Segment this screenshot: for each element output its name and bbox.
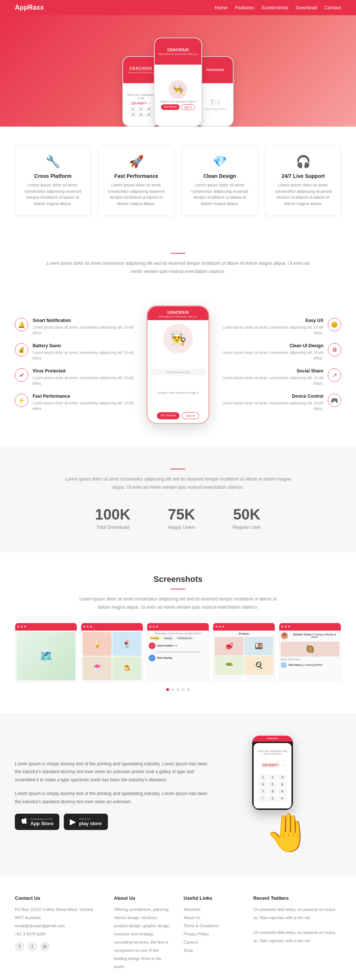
play-store-sub: Get it on bbox=[79, 817, 101, 821]
footer-contact-phone: +61 3 8376 6284 bbox=[15, 930, 103, 938]
feature-right-icon-1: 🖥 bbox=[328, 343, 341, 356]
feature-title-1: Fast Performance bbox=[104, 173, 168, 179]
download-text-1: Lorem Ipsum is simply dummy text of the … bbox=[15, 760, 208, 784]
feature-left-icon-0: 🔔 bbox=[15, 318, 28, 331]
footer-link-1[interactable]: About Us bbox=[184, 913, 242, 922]
app-store-sub: Download on the bbox=[30, 817, 54, 821]
footer-tweet-0: Ut commodo felis tellus, eu placerat mi … bbox=[253, 905, 341, 922]
feature-right-text-2: Lorem ipsum dolor sit amet, consectetur … bbox=[223, 375, 323, 386]
feature-left-text-1: Lorem ipsum dolor sit amet, consectetur … bbox=[33, 350, 133, 361]
feature-left-1: 💰 Battery Saver Lorem ipsum dolor sit am… bbox=[15, 343, 133, 361]
footer-contact-address: PO Box 16122 Collins Street West, Victor… bbox=[15, 905, 103, 922]
nav-features[interactable]: Features bbox=[235, 5, 254, 10]
center-phone-signin[interactable]: Sign In bbox=[182, 412, 199, 419]
play-store-btn[interactable]: ▶ Get it on play store bbox=[64, 814, 108, 830]
feature-left-title-3: Fast Performance bbox=[33, 394, 133, 399]
social-icons: f t in bbox=[15, 942, 103, 951]
feature-left-icon-3: ⚡ bbox=[15, 394, 28, 407]
feature-card-1: 🚀 Fast Performance Lorem ipsum dolor sit… bbox=[98, 145, 174, 216]
stat-2: 50K Regular User bbox=[233, 506, 261, 530]
footer-link-2[interactable]: Terms & Conditions bbox=[184, 922, 242, 930]
navbar-links: Home Features Screenshots Download Conta… bbox=[215, 5, 341, 10]
screenshots-subtitle: Lorem ipsum dolor sit amet consectetur a… bbox=[74, 595, 282, 611]
download-right: Enter the verification code you've recei… bbox=[223, 736, 341, 854]
feature-right-icon-3: 🎮 bbox=[328, 394, 341, 407]
hero-phones: EDACIOUS Best place for food lovers Ente… bbox=[122, 38, 234, 127]
stat-label-2: Regular User bbox=[233, 524, 261, 530]
dot-3[interactable] bbox=[182, 688, 185, 691]
app-store-btn[interactable]: Download on the App Store bbox=[15, 814, 59, 830]
footer-link-5[interactable]: Shop bbox=[184, 946, 242, 955]
twitter-icon[interactable]: t bbox=[27, 942, 37, 951]
feature-left-2: ✔ Virus Protected Lorem ipsum dolor sit … bbox=[15, 368, 133, 386]
footer-twitter: Recent Twitters Ut commodo felis tellus,… bbox=[253, 895, 341, 971]
fp-otp-label: Enter the verification code you've recei… bbox=[255, 750, 290, 755]
chef-icon: 👨‍🍳 bbox=[169, 80, 187, 99]
footer-link-3[interactable]: Privacy Policy bbox=[184, 930, 242, 938]
feature-right-title-1: Clean UI Design bbox=[223, 343, 323, 348]
screenshots-carousel: 🗺️ 🍦 🍨 🍧 🍮 Wh bbox=[15, 623, 341, 682]
features-center-phone: EDACIOUS Best place for food lovers like… bbox=[141, 305, 215, 424]
stat-0: 100K Total Download bbox=[95, 506, 131, 530]
dot-1[interactable] bbox=[171, 688, 174, 691]
footer-contact-email: email@domain@gmail.com bbox=[15, 922, 103, 930]
footer-link-4[interactable]: Careers bbox=[184, 938, 242, 946]
features-section: 🔧 Cross Platform Lorem ipsum dolor sit a… bbox=[0, 127, 356, 234]
hero-sign-in-btn[interactable]: Sign In bbox=[181, 104, 195, 110]
dot-0[interactable] bbox=[166, 688, 169, 691]
footer-grid: Contact Us PO Box 16122 Collins Street W… bbox=[15, 895, 341, 971]
nav-home[interactable]: Home bbox=[215, 5, 228, 10]
footer-about-title: About Us bbox=[114, 895, 172, 901]
nav-screenshots[interactable]: Screenshots bbox=[261, 5, 288, 10]
download-left: Lorem Ipsum is simply dummy text of the … bbox=[15, 760, 208, 830]
download-buttons: Download on the App Store ▶ Get it on pl… bbox=[15, 814, 208, 830]
center-phone-started[interactable]: Get Started bbox=[157, 412, 179, 419]
linkedin-icon[interactable]: in bbox=[40, 942, 50, 951]
features-right: 😊 Easy UX Lorem ipsum dolor sit amet, co… bbox=[223, 318, 341, 412]
stats-grid: 100K Total Download 75K Happy Users 50K … bbox=[15, 506, 341, 530]
feature-right-title-3: Device Control bbox=[223, 394, 323, 399]
footer-twitter-title: Recent Twitters bbox=[253, 895, 341, 901]
footer-link-0[interactable]: Advertise bbox=[184, 905, 242, 913]
apple-icon bbox=[21, 817, 27, 827]
feature-right-text-0: Lorem ipsum dolor sit amet, consectetur … bbox=[223, 325, 323, 336]
nav-contact[interactable]: Contact bbox=[324, 5, 341, 10]
center-phone-cta: Create a new account or sign in bbox=[157, 391, 199, 395]
stat-number-0: 100K bbox=[95, 506, 131, 523]
hero-get-started-btn[interactable]: Get Started bbox=[161, 104, 179, 110]
feature-right-1: 🖥 Clean UI Design Lorem ipsum dolor sit … bbox=[223, 343, 341, 361]
dot-2[interactable] bbox=[177, 688, 179, 691]
feature-text-0: Lorem ipsum dolor sit amet, consectetur … bbox=[21, 182, 85, 207]
screenshots-section: Screenshots Lorem ipsum dolor sit amet c… bbox=[0, 552, 356, 713]
screenshot-4: Protein 🥩 🍱 🥗 🍳 bbox=[213, 623, 275, 682]
hero-phone-main: EDACIOUS Best place for food lovers like… bbox=[154, 38, 202, 127]
stats-section: Lorem ipsum dolor sit amet consectetur a… bbox=[0, 446, 356, 552]
footer-about: About Us Offering architecture, planning… bbox=[114, 895, 172, 971]
feature-left-title-0: Smart Notification bbox=[33, 318, 133, 323]
screenshots-title: Screenshots bbox=[15, 574, 341, 584]
feature-left-icon-1: 💰 bbox=[15, 343, 28, 356]
feature-icon-3: 🎧 bbox=[271, 154, 335, 169]
features-grid: 🔧 Cross Platform Lorem ipsum dolor sit a… bbox=[15, 145, 341, 216]
feature-right-title-2: Social Share bbox=[223, 368, 323, 374]
screenshot-1: 🗺️ bbox=[15, 623, 77, 682]
download-text-2: Lorem Ipsum is simply dummy text of the … bbox=[15, 790, 208, 806]
facebook-icon[interactable]: f bbox=[15, 942, 24, 951]
feature-title-3: 24/7 Live Support bbox=[271, 173, 335, 179]
screenshot-2: 🍦 🍨 🍧 🍮 bbox=[81, 623, 143, 682]
feature-text-2: Lorem ipsum dolor sit amet, consectetur … bbox=[188, 182, 252, 207]
hero-app-logo-left: EDACIOUS bbox=[130, 67, 152, 70]
red-divider bbox=[171, 253, 185, 254]
footer-about-text: Offering architecture, planning, interio… bbox=[114, 905, 172, 971]
download-section: Lorem Ipsum is simply dummy text of the … bbox=[0, 713, 356, 877]
stat-number-2: 50K bbox=[233, 506, 261, 523]
feature-text-1: Lorem ipsum dolor sit amet, consectetur … bbox=[104, 182, 168, 207]
nav-download[interactable]: Download bbox=[296, 5, 317, 10]
feature-card-2: 💎 Clean Design Lorem ipsum dolor sit ame… bbox=[182, 145, 258, 216]
feature-title-2: Clean Design bbox=[188, 173, 252, 179]
navbar-brand: AppRaxx bbox=[15, 4, 44, 11]
dot-4[interactable] bbox=[187, 688, 190, 691]
play-icon: ▶ bbox=[70, 817, 76, 827]
feature-left-text-2: Lorem ipsum dolor sit amet, consectetur … bbox=[33, 375, 133, 386]
hand-emoji: 🤚 bbox=[265, 811, 312, 854]
